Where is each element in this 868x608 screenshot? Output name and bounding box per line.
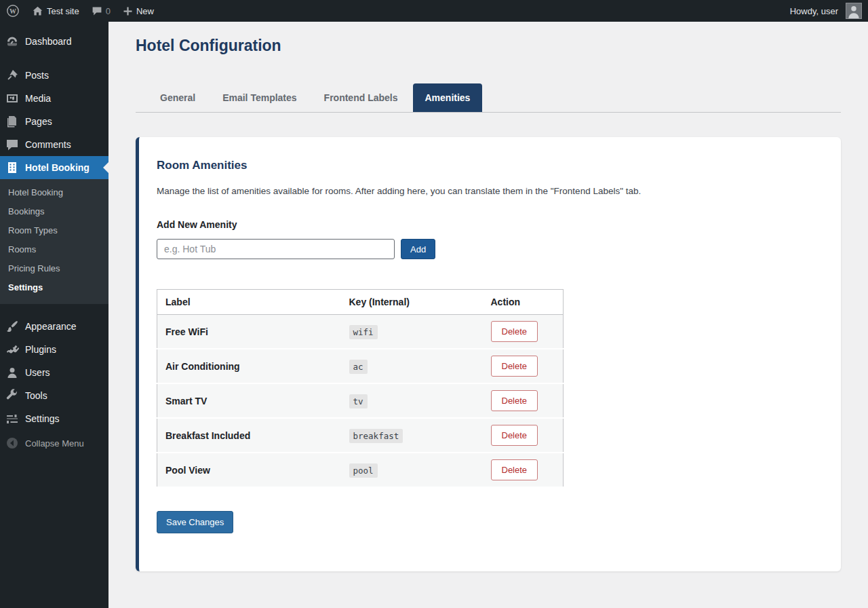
pushpin-icon (5, 69, 19, 82)
table-row: Air ConditioningacDelete (157, 349, 564, 383)
wordpress-logo-icon: W (6, 4, 20, 18)
amenity-key: pool (349, 463, 378, 478)
amenity-label: Breakfast Included (157, 418, 341, 453)
plus-icon (123, 6, 133, 16)
amenity-label: Smart TV (157, 383, 341, 418)
sidebar-item-label: Hotel Booking (25, 162, 90, 173)
comments-admin-link[interactable]: 0 (85, 0, 117, 22)
sidebar-item-media[interactable]: Media (0, 87, 108, 110)
sidebar-item-hotel-booking[interactable]: Hotel Booking (0, 156, 108, 179)
media-icon (5, 92, 19, 105)
sidebar-item-users[interactable]: Users (0, 361, 108, 384)
page-title: Hotel Configuration (136, 37, 841, 55)
sidebar-item-dashboard[interactable]: Dashboard (0, 30, 108, 53)
tab-general[interactable]: General (148, 83, 208, 112)
column-header-action: Action (483, 290, 564, 315)
wordpress-logo-menu[interactable]: W (0, 0, 26, 22)
settings-icon (5, 412, 19, 425)
submenu-item-settings[interactable]: Settings (0, 278, 108, 297)
building-icon (5, 161, 19, 174)
column-header-key: Key (Internal) (341, 290, 483, 315)
account-menu[interactable]: Howdy, user (784, 0, 868, 22)
amenity-key: wifi (349, 325, 378, 339)
amenity-input[interactable] (157, 239, 395, 259)
sidebar-item-label: Appearance (25, 321, 77, 332)
wrench-icon (5, 389, 19, 402)
amenities-table: Label Key (Internal) Action Free WiFiwif… (157, 289, 564, 488)
settings-tabs: General Email Templates Frontend Labels … (136, 83, 841, 113)
user-icon (5, 366, 19, 379)
sidebar-item-label: Comments (25, 139, 71, 150)
delete-button[interactable]: Delete (491, 425, 538, 446)
sidebar-item-label: Posts (25, 70, 49, 81)
sidebar-item-label: Users (25, 367, 50, 378)
tab-email-templates[interactable]: Email Templates (210, 83, 309, 112)
tab-amenities[interactable]: Amenities (413, 83, 483, 112)
delete-button[interactable]: Delete (491, 390, 538, 411)
sidebar-item-settings[interactable]: Settings (0, 407, 108, 430)
comments-icon (5, 138, 19, 151)
add-button[interactable]: Add (401, 239, 435, 259)
submenu-item-bookings[interactable]: Bookings (0, 202, 108, 221)
amenity-key: breakfast (349, 429, 403, 443)
sidebar-item-label: Pages (25, 116, 52, 127)
new-content-menu[interactable]: New (117, 0, 160, 22)
submenu-item-rooms[interactable]: Rooms (0, 240, 108, 259)
card-title: Room Amenities (157, 159, 821, 172)
site-name-label: Test site (47, 6, 79, 16)
amenity-label: Air Conditioning (157, 349, 341, 383)
table-row: Pool ViewpoolDelete (157, 453, 564, 487)
tab-frontend-labels[interactable]: Frontend Labels (312, 83, 410, 112)
submenu-item-hotel-booking[interactable]: Hotel Booking (0, 183, 108, 202)
comment-bubble-icon (92, 5, 102, 16)
sidebar-item-tools[interactable]: Tools (0, 384, 108, 407)
paintbrush-icon (5, 320, 19, 333)
sidebar-item-label: Plugins (25, 344, 56, 355)
column-header-label: Label (157, 290, 341, 315)
sidebar-item-posts[interactable]: Posts (0, 64, 108, 87)
add-amenity-label: Add New Amenity (157, 219, 821, 230)
sidebar-item-label: Collapse Menu (25, 438, 84, 449)
admin-sidebar: Dashboard Posts Media Pages Comments (0, 22, 108, 608)
pages-icon (5, 115, 19, 128)
table-row: Breakfast IncludedbreakfastDelete (157, 418, 564, 453)
amenity-label: Pool View (157, 453, 341, 487)
submenu-item-room-types[interactable]: Room Types (0, 221, 108, 240)
delete-button[interactable]: Delete (491, 321, 538, 342)
sidebar-item-label: Media (25, 93, 51, 104)
main-content: Hotel Configuration General Email Templa… (108, 0, 868, 608)
avatar (846, 3, 862, 19)
sidebar-item-label: Dashboard (25, 36, 72, 47)
sidebar-item-plugins[interactable]: Plugins (0, 338, 108, 361)
sidebar-item-comments[interactable]: Comments (0, 133, 108, 156)
dashboard-icon (5, 35, 19, 48)
svg-text:W: W (9, 7, 16, 15)
table-row: Free WiFiwifiDelete (157, 315, 564, 349)
sidebar-item-appearance[interactable]: Appearance (0, 315, 108, 338)
sidebar-item-label: Settings (25, 413, 60, 424)
delete-button[interactable]: Delete (491, 356, 538, 377)
save-changes-button[interactable]: Save Changes (157, 511, 233, 533)
sidebar-item-label: Tools (25, 390, 47, 401)
amenity-key: ac (349, 360, 368, 374)
comment-count: 0 (106, 6, 111, 16)
amenity-label: Free WiFi (157, 315, 341, 349)
admin-bar: W Test site 0 New Howdy, user (0, 0, 868, 22)
site-name-link[interactable]: Test site (26, 0, 85, 22)
plugin-icon (5, 343, 19, 356)
new-label: New (136, 6, 154, 16)
hotel-booking-submenu: Hotel Booking Bookings Room Types Rooms … (0, 179, 108, 304)
submenu-item-pricing-rules[interactable]: Pricing Rules (0, 259, 108, 278)
howdy-label: Howdy, user (790, 6, 838, 16)
sidebar-item-pages[interactable]: Pages (0, 110, 108, 133)
amenity-key: tv (349, 394, 368, 408)
room-amenities-card: Room Amenities Manage the list of amenit… (136, 137, 841, 571)
table-row: Smart TVtvDelete (157, 383, 564, 418)
card-description: Manage the list of amenities available f… (157, 186, 821, 196)
home-icon (32, 5, 43, 17)
delete-button[interactable]: Delete (491, 459, 538, 480)
collapse-arrow-icon (5, 436, 19, 450)
collapse-menu-button[interactable]: Collapse Menu (0, 433, 108, 453)
